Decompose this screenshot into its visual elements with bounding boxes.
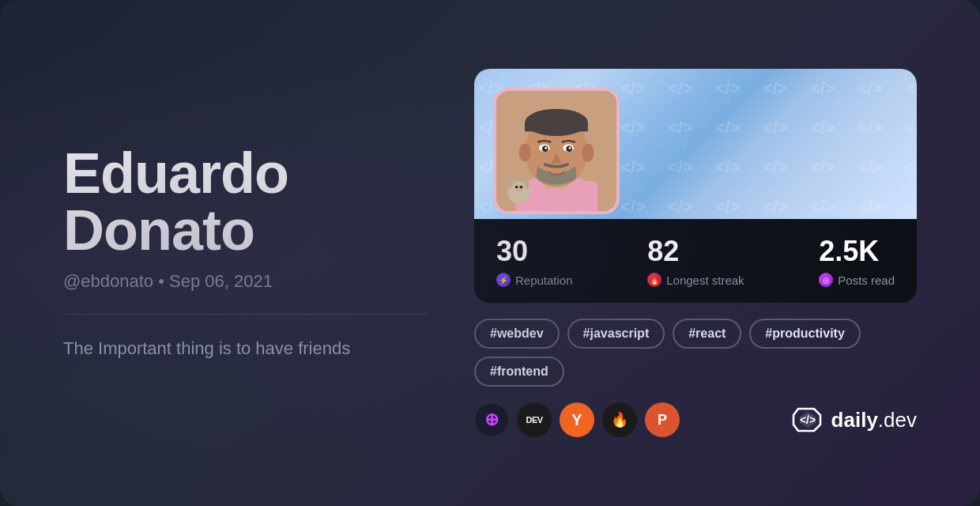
reputation-label-row: ⚡ Reputation [496,273,573,287]
brand-name: daily.dev [831,408,917,432]
posts-label-row: ◎ Posts read [819,273,895,287]
svg-point-23 [516,188,522,192]
stat-streak: 82 🔥 Longest streak [647,235,744,287]
stat-posts: 2.5K ◎ Posts read [819,235,895,287]
social-icons: ⊕ DEV Y 🔥 P [474,402,680,437]
left-section: Eduardo Donato @ebdonato • Sep 06, 2021 … [63,145,474,361]
producthunt-icon[interactable]: P [645,402,680,437]
streak-value: 82 [647,235,744,268]
brand-logo: </> [792,406,824,434]
streak-icon: 🔥 [647,273,662,287]
cover-area: </> [474,69,917,219]
svg-point-15 [545,147,547,149]
svg-point-7 [525,109,588,136]
svg-point-16 [569,147,571,149]
reputation-value: 30 [496,235,573,268]
stats-area: 30 ⚡ Reputation 82 🔥 Longest streak 2.5K [474,219,917,303]
posts-value: 2.5K [819,235,895,268]
divider [63,314,427,315]
profile-card-container: Eduardo Donato @ebdonato • Sep 06, 2021 … [0,0,980,506]
tag-webdev[interactable]: #webdev [474,319,560,349]
svg-point-10 [582,144,594,162]
streak-label-row: 🔥 Longest streak [647,273,744,287]
posts-label: Posts read [838,274,895,287]
svg-point-9 [519,144,531,162]
tag-frontend[interactable]: #frontend [474,357,564,387]
stat-reputation: 30 ⚡ Reputation [496,235,573,287]
reputation-label: Reputation [515,274,573,287]
devto-icon[interactable]: DEV [517,402,552,437]
coderanch-icon[interactable]: ⊕ [474,402,509,437]
user-join-date: Sep 06, 2021 [169,271,273,291]
svg-point-21 [515,186,518,189]
user-meta: @ebdonato • Sep 06, 2021 [63,271,427,292]
tags-section: #webdev #javascript #react #productivity… [474,319,917,387]
svg-text:</>: </> [799,413,815,426]
user-name: Eduardo Donato [63,145,427,259]
tag-react[interactable]: #react [673,319,741,349]
profile-stats-card: </> [474,69,917,303]
posts-icon: ◎ [819,273,833,287]
svg-rect-8 [525,123,588,131]
avatar-wrapper [493,88,620,214]
yc-icon[interactable]: Y [560,402,594,437]
user-bio: The Important thing is to have friends [63,337,364,361]
brand: </> daily.dev [792,406,917,434]
tag-productivity[interactable]: #productivity [749,319,860,349]
avatar [493,88,620,214]
right-section: </> [474,69,917,437]
reputation-icon: ⚡ [496,273,511,287]
user-handle: @ebdonato [63,271,153,291]
hashnode-icon[interactable]: 🔥 [602,402,637,437]
bottom-row: ⊕ DEV Y 🔥 P [474,402,917,437]
streak-label: Longest streak [666,274,744,287]
svg-point-22 [519,186,522,189]
tag-javascript[interactable]: #javascript [567,319,665,349]
